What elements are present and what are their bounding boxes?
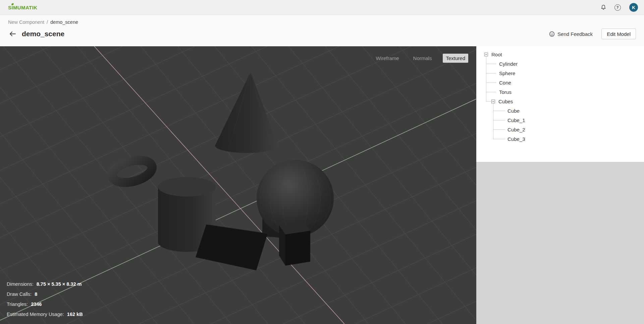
tree-node-label: Torus [499,89,512,95]
back-button[interactable] [7,29,17,39]
tree-node-cube-2[interactable]: Cube_2 [476,125,644,134]
stat-value: 8 [35,291,37,297]
smiley-icon [549,31,555,37]
help-icon: ? [614,4,621,11]
tree-node-label: Cone [499,80,511,86]
stat-dimensions: Dimensions: 8.75 × 5.35 × 8.32 m [7,279,83,289]
stat-value: 162 kB [67,312,83,317]
tree-node-label: Sphere [499,70,515,76]
topbar-actions: ? K [599,3,638,12]
tree-node-label: Cylinder [499,61,518,67]
scene-stats: Dimensions: 8.75 × 5.35 × 8.32 m Draw Ca… [7,279,83,319]
breadcrumb-separator: / [47,19,48,25]
scene-tree: Root Cylinder Sphere Cone Torus Cubes [476,46,644,144]
tree-node-label: Cube_2 [507,127,525,132]
tree-node-cube-1[interactable]: Cube_1 [476,115,644,125]
breadcrumb: New Component/demo_scene [0,15,644,25]
stat-label: Estimated Memory Usage: [7,312,64,317]
stat-value: 8.75 × 5.35 × 8.32 m [37,281,82,287]
tree-node-label: Cube_3 [507,136,525,142]
tree-node-label: Cube_1 [507,117,525,123]
topbar: SIMUMATIK ? K [0,0,644,15]
scene-tree-panel: Root Cylinder Sphere Cone Torus Cubes [476,46,644,324]
help-glyph: ? [616,5,619,9]
send-feedback-label: Send Feedback [557,31,593,37]
stat-memory: Estimated Memory Usage: 162 kB [7,309,83,319]
tree-node-label: Root [491,52,502,57]
avatar-initial: K [632,5,635,10]
mode-textured[interactable]: Textured [443,54,468,63]
tree-node-cube-3[interactable]: Cube_3 [476,134,644,144]
scene-tree-card: Root Cylinder Sphere Cone Torus Cubes [476,46,644,162]
page-title: demo_scene [22,30,64,38]
help-button[interactable]: ? [613,3,622,12]
logo-text: SIMUMATIK [8,5,37,10]
stat-triangles: Triangles: 2346 [7,299,83,309]
stat-label: Dimensions: [7,281,34,287]
collapse-icon[interactable] [484,53,488,56]
bell-icon [600,4,606,10]
collapse-icon[interactable] [491,100,495,103]
subheader: New Component/demo_scene demo_scene Send… [0,15,644,46]
tree-node-label: Cube [507,108,520,114]
back-arrow-icon [9,31,16,37]
viewport-3d[interactable]: Wireframe Normals Textured Dimensions: 8… [0,46,476,324]
tree-node-torus[interactable]: Torus [476,87,644,97]
tree-node-cylinder[interactable]: Cylinder [476,59,644,68]
tree-node-cone[interactable]: Cone [476,78,644,87]
stat-draw-calls: Draw Calls: 8 [7,289,83,299]
notifications-button[interactable] [599,3,608,12]
cube-small-mesh [279,222,310,266]
stat-value: 2346 [31,302,42,307]
tree-node-cubes[interactable]: Cubes [476,97,644,106]
title-row: demo_scene Send Feedback Edit Model [0,29,644,39]
stat-label: Triangles: [7,302,28,307]
stat-label: Draw Calls: [7,291,32,297]
render-mode-toggle: Wireframe Normals Textured [373,54,468,63]
breadcrumb-current: demo_scene [50,19,78,25]
user-avatar[interactable]: K [629,3,638,12]
title-row-actions: Send Feedback Edit Model [549,29,636,39]
tree-node-root[interactable]: Root [476,50,644,59]
edit-model-button[interactable]: Edit Model [601,29,636,39]
send-feedback-button[interactable]: Send Feedback [549,31,593,37]
content: Wireframe Normals Textured Dimensions: 8… [0,46,644,324]
mode-wireframe[interactable]: Wireframe [373,54,402,63]
tree-node-label: Cubes [498,99,513,104]
tree-node-sphere[interactable]: Sphere [476,68,644,78]
breadcrumb-parent[interactable]: New Component [8,19,44,25]
mode-normals[interactable]: Normals [410,54,435,63]
torus-mesh [110,156,154,186]
tree-node-cube[interactable]: Cube [476,106,644,115]
cube-front-mesh [196,224,268,270]
simumatik-logo[interactable]: SIMUMATIK [8,5,37,10]
